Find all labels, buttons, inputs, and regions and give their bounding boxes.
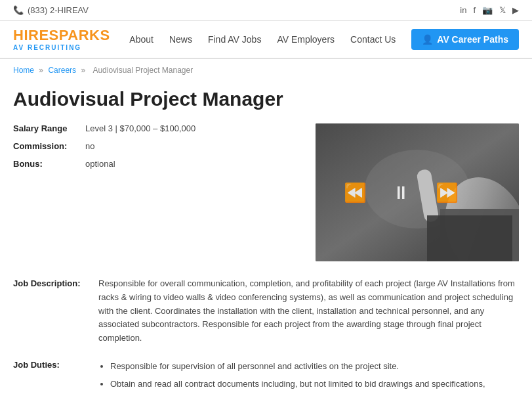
phone-number: (833) 2-HIREAV [28, 5, 89, 15]
twitter-icon[interactable]: 𝕏 [499, 5, 506, 15]
main-nav: HIRESPARKS AV RECRUITING About News Find… [0, 21, 532, 59]
breadcrumb-careers[interactable]: Careers [48, 66, 76, 75]
job-duties-list: Responsible for supervision of all perso… [98, 360, 519, 394]
breadcrumb-sep1: » [39, 66, 45, 75]
cta-label: AV Career Paths [437, 34, 508, 45]
job-description-label: Job Description: [13, 277, 85, 345]
job-duties-body: Responsible for supervision of all perso… [98, 359, 519, 394]
svg-text:⏩: ⏩ [436, 182, 459, 204]
nav-links: About News Find AV Jobs AV Employers Con… [129, 21, 519, 58]
nav-about[interactable]: About [129, 21, 153, 58]
user-icon: 👤 [422, 34, 433, 45]
logo-sparks: SPARKS [49, 27, 110, 43]
breadcrumb-current: Audiovisual Project Manager [92, 66, 193, 75]
instagram-icon[interactable]: 📷 [482, 5, 493, 15]
job-description-text: Responsible for overall communication, c… [98, 277, 519, 345]
commission-row: Commission: no [13, 141, 302, 151]
duty-1-text: Responsible for supervision of all perso… [110, 361, 399, 371]
logo: HIRESPARKS AV RECRUITING [13, 21, 110, 57]
hero-image: ⏪ ⏸ ⏩ [316, 123, 519, 261]
logo-text-bottom: AV RECRUITING [13, 44, 110, 51]
facebook-icon[interactable]: f [473, 5, 476, 15]
salary-label: Salary Range [13, 123, 85, 133]
job-duties-section: Job Duties: Responsible for supervision … [13, 359, 519, 394]
breadcrumb-home[interactable]: Home [13, 66, 34, 75]
bonus-value: optional [85, 159, 115, 169]
job-duties-label: Job Duties: [13, 359, 85, 394]
info-section: Salary Range Level 3 | $70,000 – $100,00… [13, 123, 519, 261]
nav-news[interactable]: News [169, 21, 192, 58]
salary-row: Salary Range Level 3 | $70,000 – $100,00… [13, 123, 302, 133]
linkedin-icon[interactable]: in [460, 5, 466, 15]
svg-text:⏪: ⏪ [344, 182, 367, 204]
logo-text-top: HIRESPARKS [13, 28, 110, 43]
social-links: in f 📷 𝕏 ▶ [460, 5, 519, 15]
youtube-icon[interactable]: ▶ [512, 5, 519, 15]
list-item: Responsible for supervision of all perso… [110, 360, 519, 374]
hero-svg: ⏪ ⏸ ⏩ [316, 123, 519, 261]
page-title: Audiovisual Project Manager [13, 88, 519, 110]
nav-find-av-jobs[interactable]: Find AV Jobs [208, 21, 261, 58]
job-description-body: Responsible for overall communication, c… [98, 277, 519, 345]
nav-contact-us[interactable]: Contact Us [350, 21, 396, 58]
bonus-row: Bonus: optional [13, 159, 302, 169]
bonus-label: Bonus: [13, 159, 85, 169]
phone-icon: 📞 [13, 5, 24, 15]
nav-av-employers[interactable]: AV Employers [277, 21, 335, 58]
phone-info: 📞 (833) 2-HIREAV [13, 5, 89, 15]
svg-text:⏸: ⏸ [392, 183, 410, 203]
svg-rect-5 [427, 215, 512, 261]
logo-hire: HIRE [13, 27, 49, 43]
breadcrumb: Home » Careers » Audiovisual Project Man… [0, 59, 532, 81]
info-table: Salary Range Level 3 | $70,000 – $100,00… [13, 123, 302, 261]
main-content: Audiovisual Project Manager Salary Range… [0, 81, 532, 394]
commission-label: Commission: [13, 141, 85, 151]
duty-2-text: Obtain and read all contract documents i… [110, 379, 485, 394]
commission-value: no [85, 141, 94, 151]
top-bar: 📞 (833) 2-HIREAV in f 📷 𝕏 ▶ [0, 0, 532, 21]
breadcrumb-sep2: » [81, 66, 87, 75]
nav-cta-career-paths[interactable]: 👤 AV Career Paths [411, 29, 519, 50]
hero-image-inner: ⏪ ⏸ ⏩ [316, 123, 519, 261]
salary-value: Level 3 | $70,000 – $100,000 [85, 123, 195, 133]
job-description-section: Job Description: Responsible for overall… [13, 277, 519, 345]
list-item: Obtain and read all contract documents i… [110, 378, 519, 394]
